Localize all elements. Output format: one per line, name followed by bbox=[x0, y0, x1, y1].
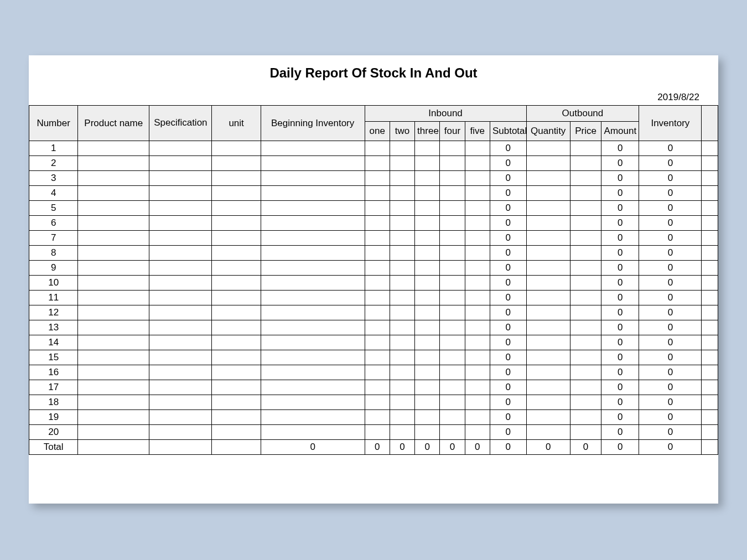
cell-subtotal[interactable]: 0 bbox=[490, 380, 526, 395]
cell-unit[interactable] bbox=[212, 395, 261, 410]
cell-number[interactable]: 14 bbox=[29, 335, 78, 350]
cell-quantity[interactable] bbox=[526, 261, 570, 276]
cell-one[interactable] bbox=[365, 231, 390, 246]
cell-one[interactable] bbox=[365, 380, 390, 395]
cell-beginning[interactable] bbox=[261, 335, 365, 350]
cell-inventory[interactable]: 0 bbox=[639, 276, 702, 291]
cell-four[interactable] bbox=[440, 320, 465, 335]
cell-two[interactable] bbox=[390, 410, 414, 425]
cell-three[interactable] bbox=[415, 216, 440, 231]
cell-product[interactable] bbox=[78, 201, 149, 216]
cell-quantity[interactable] bbox=[526, 171, 570, 186]
cell-four[interactable] bbox=[440, 395, 465, 410]
cell-amount[interactable]: 0 bbox=[601, 305, 639, 320]
cell-inventory[interactable]: 0 bbox=[639, 425, 702, 440]
cell-price[interactable] bbox=[570, 380, 601, 395]
cell-spec[interactable] bbox=[149, 291, 212, 305]
cell-subtotal[interactable]: 0 bbox=[490, 186, 526, 201]
cell-one[interactable] bbox=[365, 350, 390, 365]
cell-quantity[interactable] bbox=[526, 350, 570, 365]
cell-product[interactable] bbox=[78, 216, 149, 231]
cell-subtotal[interactable]: 0 bbox=[490, 335, 526, 350]
cell-one[interactable] bbox=[365, 261, 390, 276]
cell-product[interactable] bbox=[78, 350, 149, 365]
cell-quantity[interactable] bbox=[526, 156, 570, 171]
cell-number[interactable]: 3 bbox=[29, 171, 78, 186]
cell-product[interactable] bbox=[78, 425, 149, 440]
cell-five[interactable] bbox=[465, 276, 490, 291]
cell-tail[interactable] bbox=[702, 395, 718, 410]
cell-product[interactable] bbox=[78, 410, 149, 425]
cell-tail[interactable] bbox=[702, 261, 718, 276]
cell-spec[interactable] bbox=[149, 305, 212, 320]
cell-three[interactable] bbox=[415, 335, 440, 350]
cell-unit[interactable] bbox=[212, 425, 261, 440]
cell-quantity[interactable] bbox=[526, 216, 570, 231]
cell-inventory[interactable]: 0 bbox=[639, 410, 702, 425]
cell-subtotal[interactable]: 0 bbox=[490, 410, 526, 425]
cell-price[interactable] bbox=[570, 410, 601, 425]
cell-tail[interactable] bbox=[702, 350, 718, 365]
cell-inventory[interactable]: 0 bbox=[639, 261, 702, 276]
cell-product[interactable] bbox=[78, 141, 149, 156]
cell-spec[interactable] bbox=[149, 335, 212, 350]
cell-beginning[interactable] bbox=[261, 276, 365, 291]
cell-spec[interactable] bbox=[149, 425, 212, 440]
cell-four[interactable] bbox=[440, 261, 465, 276]
cell-amount[interactable]: 0 bbox=[601, 320, 639, 335]
cell-one[interactable] bbox=[365, 410, 390, 425]
cell-beginning[interactable] bbox=[261, 231, 365, 246]
cell-subtotal[interactable]: 0 bbox=[490, 171, 526, 186]
cell-three[interactable] bbox=[415, 410, 440, 425]
cell-spec[interactable] bbox=[149, 276, 212, 291]
cell-three[interactable] bbox=[415, 141, 440, 156]
cell-product[interactable] bbox=[78, 395, 149, 410]
cell-two[interactable] bbox=[390, 425, 414, 440]
cell-quantity[interactable] bbox=[526, 246, 570, 261]
cell-three[interactable] bbox=[415, 395, 440, 410]
cell-number[interactable]: 19 bbox=[29, 410, 78, 425]
cell-four[interactable] bbox=[440, 291, 465, 305]
cell-subtotal[interactable]: 0 bbox=[490, 395, 526, 410]
cell-subtotal[interactable]: 0 bbox=[490, 320, 526, 335]
cell-unit[interactable] bbox=[212, 141, 261, 156]
cell-five[interactable] bbox=[465, 410, 490, 425]
cell-inventory[interactable]: 0 bbox=[639, 350, 702, 365]
cell-number[interactable]: 8 bbox=[29, 246, 78, 261]
cell-five[interactable] bbox=[465, 186, 490, 201]
cell-three[interactable] bbox=[415, 425, 440, 440]
cell-four[interactable] bbox=[440, 410, 465, 425]
cell-beginning[interactable] bbox=[261, 171, 365, 186]
cell-tail[interactable] bbox=[702, 335, 718, 350]
cell-spec[interactable] bbox=[149, 216, 212, 231]
cell-price[interactable] bbox=[570, 395, 601, 410]
cell-two[interactable] bbox=[390, 216, 414, 231]
cell-product[interactable] bbox=[78, 261, 149, 276]
cell-one[interactable] bbox=[365, 201, 390, 216]
cell-two[interactable] bbox=[390, 305, 414, 320]
cell-amount[interactable]: 0 bbox=[601, 246, 639, 261]
cell-spec[interactable] bbox=[149, 395, 212, 410]
cell-five[interactable] bbox=[465, 201, 490, 216]
cell-one[interactable] bbox=[365, 156, 390, 171]
cell-inventory[interactable]: 0 bbox=[639, 365, 702, 380]
cell-beginning[interactable] bbox=[261, 380, 365, 395]
cell-price[interactable] bbox=[570, 156, 601, 171]
cell-three[interactable] bbox=[415, 201, 440, 216]
cell-number[interactable]: 1 bbox=[29, 141, 78, 156]
cell-two[interactable] bbox=[390, 141, 414, 156]
cell-number[interactable]: 15 bbox=[29, 350, 78, 365]
cell-number[interactable]: 4 bbox=[29, 186, 78, 201]
cell-quantity[interactable] bbox=[526, 335, 570, 350]
cell-unit[interactable] bbox=[212, 380, 261, 395]
cell-spec[interactable] bbox=[149, 186, 212, 201]
cell-one[interactable] bbox=[365, 291, 390, 305]
cell-amount[interactable]: 0 bbox=[601, 350, 639, 365]
cell-five[interactable] bbox=[465, 425, 490, 440]
cell-tail[interactable] bbox=[702, 156, 718, 171]
cell-three[interactable] bbox=[415, 231, 440, 246]
cell-five[interactable] bbox=[465, 291, 490, 305]
cell-five[interactable] bbox=[465, 350, 490, 365]
cell-one[interactable] bbox=[365, 365, 390, 380]
cell-four[interactable] bbox=[440, 186, 465, 201]
